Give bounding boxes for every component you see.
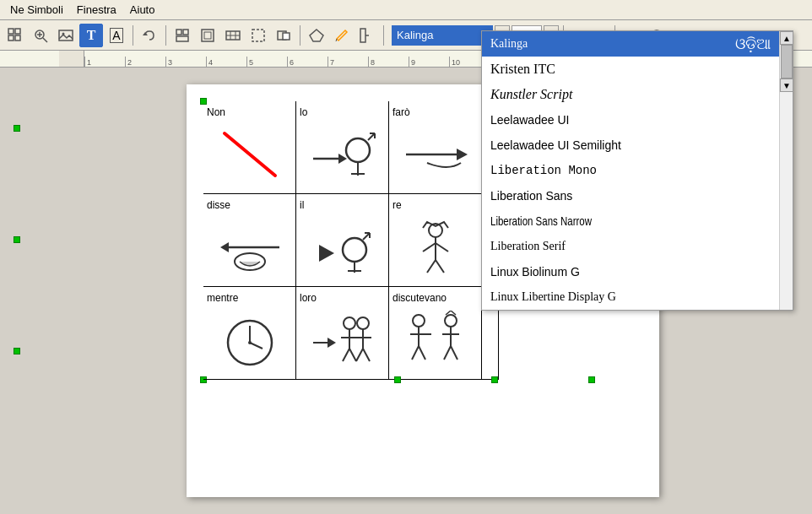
font-item-leelawadee-ui-semilight[interactable]: Leelawadee UI Semilight	[482, 133, 779, 158]
cell-img-discutevano	[392, 304, 478, 376]
svg-marker-54	[220, 242, 229, 252]
svg-rect-3	[15, 35, 20, 41]
symbol-cell-faro: farò	[389, 101, 482, 194]
svg-rect-15	[204, 32, 211, 39]
font-item-kristen-itc[interactable]: Kristen ITC	[482, 57, 779, 82]
font-item-kalinga-preview: ଓଡ଼ିଆ	[735, 35, 771, 53]
toolbar-btn-frame[interactable]	[246, 24, 270, 47]
svg-marker-30	[338, 154, 347, 164]
ruler-mark-8: 8	[368, 57, 409, 67]
toolbar-btn-pencil[interactable]	[330, 24, 354, 47]
left-anchor-1	[14, 125, 20, 132]
svg-rect-2	[8, 35, 14, 41]
svg-line-82	[349, 349, 356, 361]
svg-line-86	[356, 349, 363, 361]
ruler-mark-7: 7	[328, 57, 368, 67]
menu-ne-simboli[interactable]: Ne Simboli	[3, 2, 70, 18]
svg-rect-14	[202, 30, 214, 41]
cell-label-non: Non	[207, 106, 225, 118]
svg-rect-11	[176, 30, 181, 35]
symbol-cell-re: re	[389, 194, 482, 287]
svg-point-31	[346, 138, 370, 162]
ruler-mark-5: 5	[246, 57, 287, 67]
font-item-liberation-sans-label: Liberation Sans	[490, 189, 572, 203]
svg-line-92	[419, 346, 425, 360]
cell-img-il	[300, 211, 385, 283]
font-item-liberation-serif[interactable]: Liberation Serif	[482, 234, 779, 259]
font-item-linux-libertine-display-g-label: Linux Libertine Display G	[490, 290, 616, 304]
toolbar-btn-shape[interactable]	[196, 24, 219, 47]
cell-label-discutevano: discutevano	[392, 292, 447, 304]
symbol-cell-disse: disse	[203, 194, 296, 287]
symbol-cell-il: il	[296, 194, 389, 287]
cell-img-faro	[392, 118, 478, 190]
font-item-kunstler-script[interactable]: Kunstler Script	[482, 82, 779, 107]
scrollbar-up[interactable]: ▲	[780, 31, 793, 45]
cell-img-disse	[207, 211, 292, 283]
svg-point-78	[344, 317, 355, 329]
font-item-liberation-mono-label: Liberation Mono	[490, 164, 597, 177]
font-item-leelawadee-ui-semilight-label: Leelawadee UI Semilight	[490, 138, 621, 152]
font-item-linux-biolinum-g[interactable]: Linux Biolinum G	[482, 259, 779, 284]
svg-marker-77	[328, 338, 336, 348]
font-item-kalinga[interactable]: Kalinga ଓଡ଼ିଆ	[482, 31, 779, 57]
svg-point-75	[248, 341, 252, 344]
menubar: Ne Simboli Finestra Aiuto	[0, 0, 812, 20]
left-sidebar	[0, 68, 34, 514]
toolbar-btn-connect[interactable]	[355, 24, 379, 47]
cell-img-lo	[300, 118, 385, 190]
svg-marker-38	[457, 149, 468, 160]
svg-line-68	[436, 260, 444, 273]
handle-br2	[491, 376, 498, 383]
menu-aiuto[interactable]: Aiuto	[123, 2, 162, 18]
svg-rect-25	[360, 29, 365, 42]
font-item-liberation-sans-narrow[interactable]: Liberation Sans Narrow	[482, 208, 779, 234]
toolbar-btn-undo[interactable]	[138, 24, 161, 47]
symbol-cell-non: Non	[203, 101, 296, 194]
font-dropdown-scrollbar: ▲ ▼	[779, 31, 793, 310]
svg-line-34	[368, 133, 375, 140]
toolbar-btn-align[interactable]	[171, 24, 194, 47]
svg-line-67	[427, 260, 436, 273]
svg-line-98	[451, 346, 457, 360]
toolbar-btn-polygon[interactable]	[305, 24, 328, 47]
toolbar-sep4	[383, 25, 384, 46]
ruler-mark-2: 2	[125, 57, 165, 67]
toolbar-btn-image[interactable]	[54, 24, 78, 47]
svg-line-5	[43, 38, 47, 42]
toolbar-btn-text[interactable]: T	[79, 24, 103, 47]
left-anchor-2	[14, 236, 20, 243]
svg-point-94	[445, 315, 457, 327]
svg-line-87	[363, 349, 370, 361]
cell-label-loro: loro	[300, 292, 317, 304]
svg-point-83	[357, 317, 369, 329]
cell-img-re	[392, 211, 478, 283]
toolbar-btn-frame2[interactable]	[272, 24, 295, 47]
toolbar-btn-text-style[interactable]: A	[105, 24, 128, 47]
svg-marker-10	[143, 32, 148, 35]
svg-line-24	[336, 39, 337, 41]
font-item-kalinga-label: Kalinga	[490, 37, 528, 51]
toolbar-btn-zoom[interactable]	[29, 24, 52, 47]
ruler-mark-1: 1	[84, 57, 125, 67]
font-item-leelawadee-ui[interactable]: Leelawadee UI	[482, 107, 779, 133]
menu-finestra[interactable]: Finestra	[70, 2, 123, 18]
font-item-liberation-serif-label: Liberation Serif	[490, 240, 566, 253]
ruler-mark-9: 9	[409, 57, 449, 67]
font-item-linux-libertine-display-g[interactable]: Linux Libertine Display G	[482, 284, 779, 310]
svg-rect-0	[8, 29, 14, 34]
font-input[interactable]	[392, 25, 493, 46]
left-anchor-3	[14, 348, 20, 354]
scrollbar-thumb[interactable]	[781, 45, 793, 78]
toolbar-btn-table[interactable]	[221, 24, 245, 47]
svg-line-97	[444, 346, 451, 360]
scrollbar-down[interactable]: ▼	[780, 78, 793, 92]
cell-img-loro	[300, 304, 385, 376]
toolbar-btn-grid[interactable]	[3, 24, 27, 47]
font-item-liberation-sans[interactable]: Liberation Sans	[482, 183, 779, 208]
svg-rect-12	[183, 30, 188, 35]
svg-rect-1	[15, 29, 20, 34]
font-item-liberation-mono[interactable]: Liberation Mono	[482, 158, 779, 183]
cell-label-lo: lo	[300, 106, 307, 118]
font-item-leelawadee-ui-label: Leelawadee UI	[490, 113, 569, 127]
